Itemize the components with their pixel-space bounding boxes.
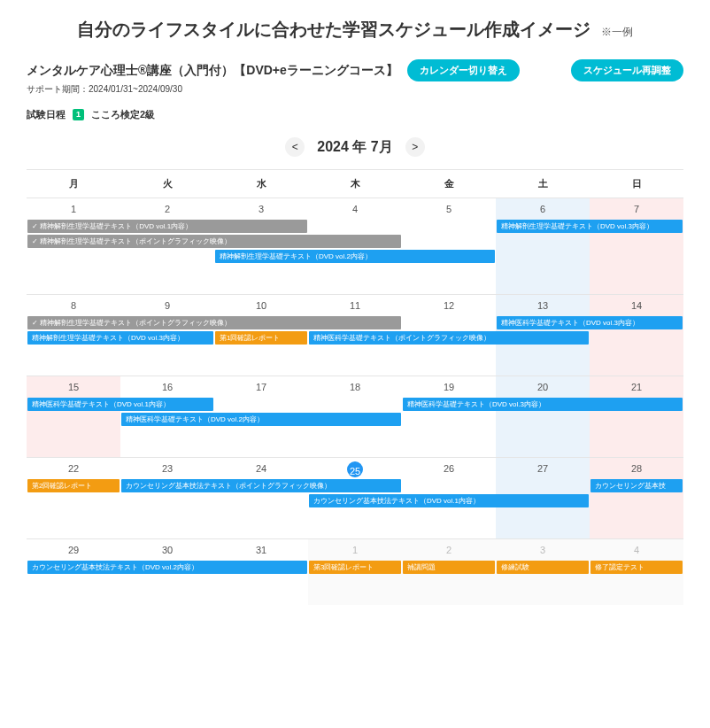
schedule-bar[interactable]: 精神医科学基礎テキスト（DVD vol.1内容） xyxy=(27,398,213,411)
schedule-bar[interactable]: 第3回確認レポート xyxy=(309,561,401,574)
day-number: 31 xyxy=(218,543,305,561)
day-cell[interactable]: 7 xyxy=(590,198,683,294)
page-title-note: ※一例 xyxy=(601,25,633,40)
course-title: メンタルケア心理士®講座（入門付）【DVD+eラーニングコース】 xyxy=(27,63,398,79)
day-number: 1 xyxy=(30,202,117,220)
dow-header: 土 xyxy=(496,170,590,197)
day-number: 23 xyxy=(124,461,211,479)
day-cell[interactable]: 20 xyxy=(496,376,590,457)
month-label: 2024 年 7月 xyxy=(317,138,392,157)
exam-schedule-label: 試験日程 xyxy=(27,108,66,121)
schedule-bar[interactable]: 精神医科学基礎テキスト（DVD vol.2内容） xyxy=(121,413,401,426)
schedule-bar[interactable]: カウンセリング基本技法テキスト（DVD vol.2内容） xyxy=(27,561,307,574)
schedule-bar[interactable]: 精神医科学基礎テキスト（ポイントグラフィック映像） xyxy=(309,331,589,345)
week-row: 1234567精神解剖生理学基礎テキスト（DVD vol.1内容）精神解剖生理学… xyxy=(27,197,683,294)
exam-badge: 1 xyxy=(73,109,84,120)
day-cell[interactable]: 23 xyxy=(120,458,214,538)
exam-name: こころ検定2級 xyxy=(91,108,155,121)
day-number: 27 xyxy=(499,461,586,479)
support-period: サポート期間：2024/01/31~2024/09/30 xyxy=(27,83,683,96)
day-cell[interactable]: 22 xyxy=(27,458,120,538)
schedule-bar[interactable]: 修練試験 xyxy=(497,561,589,574)
schedule-bar[interactable]: 精神解剖生理学基礎テキスト（ポイントグラフィック映像） xyxy=(27,316,401,329)
day-number: 11 xyxy=(312,298,398,316)
schedule-bar[interactable]: カウンセリング基本技法テキスト（ポイントグラフィック映像） xyxy=(121,479,401,492)
day-number: 15 xyxy=(30,380,117,398)
schedule-bar[interactable]: 修了認定テスト xyxy=(590,561,683,574)
day-cell[interactable]: 24 xyxy=(214,458,308,538)
day-number: 1 xyxy=(312,543,398,561)
day-number: 13 xyxy=(499,298,586,316)
day-cell[interactable]: 14 xyxy=(590,295,683,376)
day-cell[interactable]: 6 xyxy=(496,198,590,294)
schedule-bar[interactable]: 精神医科学基礎テキスト（DVD vol.3内容） xyxy=(403,398,683,411)
day-cell[interactable]: 28 xyxy=(590,458,683,538)
dow-header: 月 xyxy=(27,170,120,197)
day-number: 4 xyxy=(312,202,398,220)
week-row: 15161718192021精神医科学基礎テキスト（DVD vol.1内容）精神… xyxy=(27,376,683,457)
day-number-today: 25 xyxy=(347,461,363,477)
calendar-grid: 月火水木金土日1234567精神解剖生理学基礎テキスト（DVD vol.1内容）… xyxy=(27,169,683,605)
day-number: 18 xyxy=(312,380,398,398)
day-number: 30 xyxy=(124,543,211,561)
dow-header: 日 xyxy=(590,170,683,197)
dow-header: 木 xyxy=(308,170,402,197)
day-number: 4 xyxy=(593,543,680,561)
day-number: 21 xyxy=(593,380,680,398)
day-cell[interactable]: 15 xyxy=(27,376,120,457)
dow-header: 火 xyxy=(120,170,214,197)
schedule-bar[interactable]: カウンセリング基本技法テキスト（DVD vol.1内容） xyxy=(309,494,589,507)
day-number: 2 xyxy=(124,202,211,220)
schedule-bar[interactable]: 第1回確認レポート xyxy=(215,331,307,345)
day-number: 29 xyxy=(30,543,117,561)
day-number: 2 xyxy=(405,543,492,561)
day-number: 22 xyxy=(30,461,117,479)
dow-header: 水 xyxy=(214,170,308,197)
schedule-bar[interactable]: 精神解剖生理学基礎テキスト（DVD vol.3内容） xyxy=(27,331,213,345)
day-number: 3 xyxy=(499,543,586,561)
day-number: 20 xyxy=(499,380,586,398)
day-cell[interactable]: 21 xyxy=(590,376,683,457)
schedule-bar[interactable]: 精神解剖生理学基礎テキスト（DVD vol.3内容） xyxy=(497,220,683,233)
schedule-bar[interactable]: 精神解剖生理学基礎テキスト（ポイントグラフィック映像） xyxy=(27,235,401,248)
schedule-bar[interactable]: 第2回確認レポート xyxy=(27,479,120,492)
day-number: 28 xyxy=(593,461,680,479)
schedule-bar[interactable]: 補講問題 xyxy=(403,561,495,574)
day-number: 12 xyxy=(405,298,492,316)
day-number: 6 xyxy=(499,202,586,220)
reschedule-button[interactable]: スケジュール再調整 xyxy=(571,59,683,81)
day-cell[interactable]: 19 xyxy=(402,376,496,457)
prev-month-button[interactable]: < xyxy=(285,137,305,157)
schedule-bar[interactable]: 精神医科学基礎テキスト（DVD vol.3内容） xyxy=(497,316,683,329)
next-month-button[interactable]: > xyxy=(405,137,425,157)
day-number: 5 xyxy=(405,202,492,220)
schedule-bar[interactable]: 精神解剖生理学基礎テキスト（DVD vol.1内容） xyxy=(27,220,307,233)
schedule-bar[interactable]: 精神解剖生理学基礎テキスト（DVD vol.2内容） xyxy=(215,250,495,263)
day-number: 3 xyxy=(218,202,305,220)
day-number: 8 xyxy=(30,298,117,316)
day-number: 26 xyxy=(405,461,492,479)
day-cell[interactable]: 5 xyxy=(402,198,496,294)
week-row: 22232425262728第2回確認レポートカウンセリング基本技法テキスト（ポ… xyxy=(27,457,683,538)
calendar-switch-button[interactable]: カレンダー切り替え xyxy=(407,59,520,81)
day-number: 24 xyxy=(218,461,305,479)
day-number: 7 xyxy=(593,202,680,220)
dow-header: 金 xyxy=(402,170,496,197)
week-row: 891011121314精神解剖生理学基礎テキスト（ポイントグラフィック映像）精… xyxy=(27,294,683,376)
day-number: 14 xyxy=(593,298,680,316)
day-number: 10 xyxy=(218,298,305,316)
day-number: 17 xyxy=(218,380,305,398)
day-number: 9 xyxy=(124,298,211,316)
day-number: 16 xyxy=(124,380,211,398)
day-number: 19 xyxy=(405,380,492,398)
schedule-bar[interactable]: カウンセリング基本技 xyxy=(590,479,683,492)
week-row: 2930311234カウンセリング基本技法テキスト（DVD vol.2内容）第3… xyxy=(27,538,683,605)
page-title: 自分のライフスタイルに合わせた学習スケジュール作成イメージ xyxy=(77,18,590,42)
